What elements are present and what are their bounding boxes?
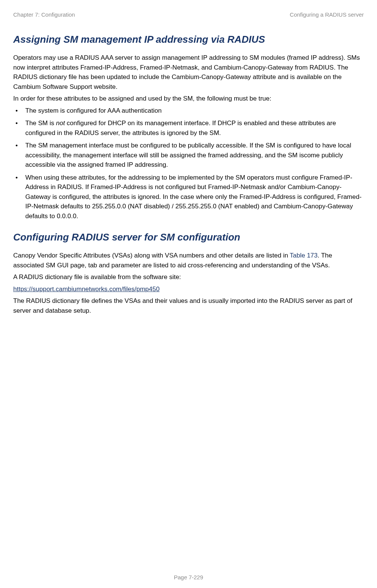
bullet-text-pre: The SM is: [25, 119, 56, 127]
section2-para3: The RADIUS dictionary file defines the V…: [13, 296, 364, 315]
list-item: When using these attributes, for the add…: [13, 173, 364, 221]
para1-pre: Canopy Vendor Specific Attributes (VSAs)…: [13, 252, 290, 259]
bullet-text-italic: not: [56, 119, 65, 127]
page-header: Chapter 7: Configuration Configuring a R…: [13, 11, 364, 18]
page-footer: Page 7-229: [0, 574, 377, 580]
list-item: The SM is not configured for DHCP on its…: [13, 118, 364, 138]
support-link[interactable]: https://support.cambiumnetworks.com/file…: [13, 285, 159, 293]
header-section: Configuring a RADIUS server: [290, 11, 364, 18]
section1-para1: Operators may use a RADIUS AAA server to…: [13, 53, 364, 92]
section2-para2: A RADIUS dictionary file is available fr…: [13, 272, 364, 282]
list-item: The system is configured for AAA authent…: [13, 106, 364, 116]
section2-title: Configuring RADIUS server for SM configu…: [13, 231, 364, 243]
bullet-text-post: configured for DHCP on its management in…: [25, 119, 336, 137]
section1-para2: In order for these attributes to be assi…: [13, 94, 364, 104]
page-number: Page 7-229: [174, 574, 203, 580]
link-paragraph: https://support.cambiumnetworks.com/file…: [13, 284, 364, 294]
section2-para1: Canopy Vendor Specific Attributes (VSAs)…: [13, 251, 364, 270]
table-reference: Table 173: [290, 252, 318, 259]
header-chapter: Chapter 7: Configuration: [13, 11, 75, 18]
section1-bullets: The system is configured for AAA authent…: [13, 106, 364, 221]
list-item: The SM management interface must be conf…: [13, 141, 364, 170]
section1-title: Assigning SM management IP addressing vi…: [13, 34, 364, 45]
